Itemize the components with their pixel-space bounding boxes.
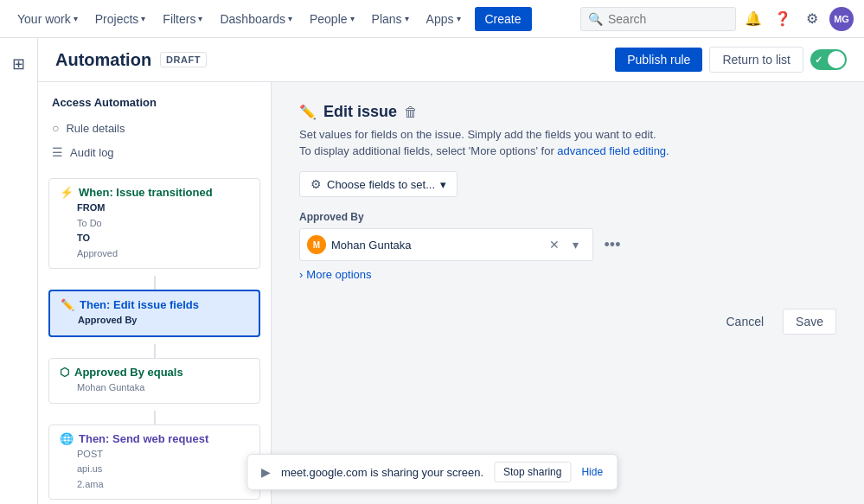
audit-log-icon: ☰ — [52, 145, 63, 159]
rule-enabled-toggle[interactable]: ✓ — [810, 49, 847, 70]
search-icon: 🔍 — [588, 12, 603, 26]
condition-icon: ⬡ — [60, 366, 69, 379]
action1-icon: ✏️ — [61, 298, 74, 311]
approved-by-value: Mohan Guntaka — [331, 239, 544, 252]
screen-share-bar: ▶ meet.google.com is sharing your screen… — [246, 454, 618, 490]
gear-icon: ⚙ — [310, 177, 322, 191]
cancel-button[interactable]: Cancel — [714, 309, 776, 335]
dashboards-nav[interactable]: Dashboards ▾ — [213, 9, 299, 29]
draft-badge: DRAFT — [160, 52, 207, 67]
header-actions: Publish rule Return to list ✓ — [615, 47, 847, 73]
topnav-right: 🔍 🔔 ❓ ⚙ MG — [580, 7, 854, 31]
edit-issue-header: ✏️ Edit issue 🗑 — [299, 103, 836, 121]
field-more-options-button[interactable]: ••• — [600, 233, 624, 257]
audit-log-nav[interactable]: ☰ Audit log — [38, 140, 271, 164]
top-navigation: Your work ▾ Projects ▾ Filters ▾ Dashboa… — [0, 0, 864, 38]
your-work-chevron-icon: ▾ — [74, 14, 78, 23]
connector-3 — [48, 411, 260, 424]
rule-details-nav[interactable]: ○ Rule details — [38, 116, 271, 140]
approved-by-dropdown-icon[interactable]: ▾ — [565, 234, 586, 255]
stop-sharing-button[interactable]: Stop sharing — [494, 462, 571, 482]
trigger-icon: ⚡ — [60, 186, 74, 199]
edit-issue-desc2: To display additional fields, select 'Mo… — [299, 144, 836, 157]
action2-header: 🌐 Then: Send web request — [60, 432, 249, 445]
approved-by-input[interactable]: M Mohan Guntaka ✕ ▾ — [299, 228, 593, 261]
trigger-sub: FROM To Do TO Approved — [60, 201, 249, 261]
apps-chevron-icon: ▾ — [457, 14, 461, 23]
workflow-action2-item[interactable]: 🌐 Then: Send web request POST api.us 2.a… — [48, 424, 260, 501]
people-nav[interactable]: People ▾ — [303, 9, 362, 29]
edit-issue-icon: ✏️ — [299, 104, 317, 120]
screen-share-icon: ▶ — [261, 465, 271, 479]
connector-1 — [48, 276, 260, 290]
filters-nav[interactable]: Filters ▾ — [156, 9, 209, 29]
apps-nav[interactable]: Apps ▾ — [419, 9, 468, 29]
create-button[interactable]: Create — [475, 7, 532, 31]
return-to-list-button[interactable]: Return to list — [709, 47, 803, 73]
connector-2 — [48, 344, 260, 358]
automation-sidebar: Access Automation ○ Rule details ☰ Audit… — [38, 82, 272, 504]
approved-by-avatar: M — [307, 235, 326, 254]
choose-fields-chevron-icon: ▾ — [440, 178, 446, 191]
advanced-field-editing-link[interactable]: advanced field editing. — [557, 144, 669, 157]
action1-header: ✏️ Then: Edit issue fields — [61, 298, 248, 311]
save-button[interactable]: Save — [783, 309, 836, 335]
condition-header: ⬡ Approved By equals — [60, 366, 249, 379]
access-section-title: Access Automation — [38, 96, 271, 116]
condition-sub: Mohan Guntaka — [60, 380, 249, 396]
publish-rule-button[interactable]: Publish rule — [615, 48, 702, 72]
choose-fields-button[interactable]: ⚙ Choose fields to set... ▾ — [299, 171, 458, 197]
filters-chevron-icon: ▾ — [198, 14, 202, 23]
automation-header: Automation DRAFT Publish rule Return to … — [38, 38, 864, 82]
search-input[interactable] — [608, 12, 728, 26]
toggle-check-icon: ✓ — [815, 54, 822, 66]
workflow-condition-item[interactable]: ⬡ Approved By equals Mohan Guntaka — [48, 358, 260, 404]
rule-details-icon: ○ — [52, 121, 59, 135]
more-options-row[interactable]: › More options — [299, 268, 836, 281]
approved-by-field-row: M Mohan Guntaka ✕ ▾ ••• — [299, 228, 836, 261]
delete-icon[interactable]: 🗑 — [404, 105, 418, 120]
trigger-header: ⚡ When: Issue transitioned — [60, 186, 249, 199]
more-options-chevron-icon: › — [299, 268, 303, 281]
automation-body: Access Automation ○ Rule details ☰ Audit… — [38, 82, 864, 504]
people-chevron-icon: ▾ — [350, 14, 355, 23]
sidebar-grid-icon[interactable]: ⊞ — [3, 48, 35, 80]
screen-share-message: meet.google.com is sharing your screen. — [281, 466, 483, 479]
left-sidebar: ⊞ — [0, 38, 38, 504]
settings-icon[interactable]: ⚙ — [800, 7, 824, 31]
action2-sub: POST api.us 2.ama — [60, 447, 249, 493]
workflow-action1-item[interactable]: ✏️ Then: Edit issue fields Approved By — [48, 290, 260, 337]
avatar[interactable]: MG — [829, 7, 854, 31]
action2-icon: 🌐 — [60, 432, 74, 445]
plans-chevron-icon: ▾ — [405, 14, 409, 23]
search-box[interactable]: 🔍 — [580, 7, 736, 31]
toggle-knob — [828, 51, 845, 68]
plans-nav[interactable]: Plans ▾ — [365, 9, 416, 29]
main-content: Automation DRAFT Publish rule Return to … — [38, 38, 864, 504]
notifications-icon[interactable]: 🔔 — [741, 7, 765, 31]
dashboards-chevron-icon: ▾ — [288, 14, 292, 23]
clear-approved-by-icon[interactable]: ✕ — [549, 238, 560, 252]
your-work-nav[interactable]: Your work ▾ — [10, 9, 85, 29]
editor-panel: ✏️ Edit issue 🗑 Set values for fields on… — [272, 82, 864, 504]
workflow-trigger-item[interactable]: ⚡ When: Issue transitioned FROM To Do TO… — [48, 178, 260, 269]
action1-sub: Approved By — [61, 313, 248, 329]
help-icon[interactable]: ❓ — [771, 7, 795, 31]
page-wrapper: ⊞ Automation DRAFT Publish rule Return t… — [0, 38, 864, 504]
hide-button[interactable]: Hide — [581, 466, 603, 478]
approved-by-label: Approved By — [299, 211, 836, 223]
edit-issue-title: Edit issue — [323, 103, 397, 121]
projects-nav[interactable]: Projects ▾ — [88, 9, 153, 29]
projects-chevron-icon: ▾ — [141, 14, 145, 23]
automation-title: Automation — [55, 50, 151, 70]
automation-title-group: Automation DRAFT — [55, 50, 207, 70]
action-buttons: Cancel Save — [299, 309, 836, 335]
edit-issue-desc1: Set values for fields on the issue. Simp… — [299, 128, 836, 141]
